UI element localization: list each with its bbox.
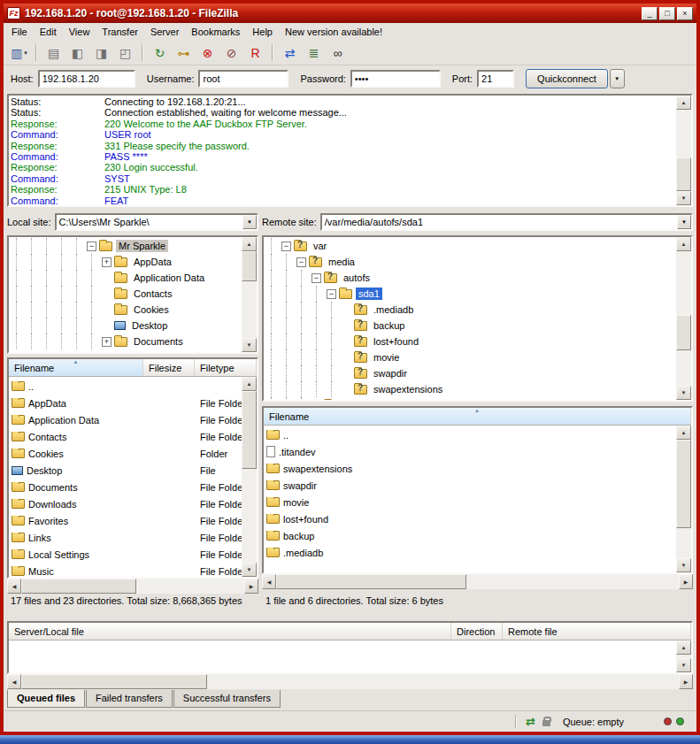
column-header-server-local-file[interactable]: Server/Local file xyxy=(9,623,451,640)
scroll-down-button[interactable]: ▼ xyxy=(242,563,257,577)
scroll-thumb[interactable] xyxy=(676,315,691,350)
file-row-titandev[interactable]: .titandev xyxy=(264,443,676,460)
lock-icon[interactable] xyxy=(542,720,550,726)
menu-view[interactable]: View xyxy=(63,24,96,40)
file-row-favorites[interactable]: FavoritesFile Folder xyxy=(9,512,242,529)
scroll-down-button[interactable]: ▼ xyxy=(242,338,257,352)
file-row-links[interactable]: LinksFile Folder xyxy=(9,529,242,546)
local-tree-item-contacts[interactable]: Contacts xyxy=(9,286,242,302)
scroll-track[interactable] xyxy=(242,391,257,563)
remote-site-combobox[interactable]: /var/media/autofs/sda1 ▼ xyxy=(320,213,693,231)
remote-list-scrollbar[interactable]: ▲▼ xyxy=(676,426,691,572)
scroll-down-button[interactable]: ▼ xyxy=(676,558,691,572)
file-row-documents[interactable]: DocumentsFile Folder xyxy=(9,479,242,495)
site-manager-button[interactable]: ▥▾ xyxy=(8,42,30,64)
directory-comparison-button[interactable]: ⇄ xyxy=(279,42,301,64)
tab-successful-transfers[interactable]: Successful transfers xyxy=(173,690,281,708)
scroll-track[interactable] xyxy=(21,579,244,594)
scroll-up-button[interactable]: ▲ xyxy=(676,96,691,110)
local-list-hscrollbar[interactable]: ◀▶ xyxy=(7,579,258,594)
cancel-button[interactable]: ⊗ xyxy=(196,42,219,64)
file-row-downloads[interactable]: DownloadsFile Folder xyxy=(9,495,242,512)
close-button[interactable]: × xyxy=(677,7,693,20)
sync-arrows-icon[interactable]: ⇄ xyxy=(526,715,535,728)
column-header-filename[interactable]: Filename▲ xyxy=(9,359,143,376)
local-tree-scrollbar[interactable]: ▲▼ xyxy=(242,237,257,352)
scroll-track[interactable] xyxy=(676,440,691,558)
local-tree-item-mr-sparkle[interactable]: −Mr Sparkle xyxy=(9,238,242,254)
file-row-lost-found[interactable]: lost+found xyxy=(264,510,676,527)
column-header-filename[interactable]: Filename▲ xyxy=(264,408,691,425)
scroll-thumb[interactable] xyxy=(21,579,136,594)
collapse-icon[interactable]: − xyxy=(281,242,291,251)
file-row-contacts[interactable]: ContactsFile Folder xyxy=(9,428,242,445)
column-header-direction[interactable]: Direction xyxy=(451,623,503,640)
remote-tree-item-sda1[interactable]: −sda1 xyxy=(264,286,676,302)
password-input[interactable] xyxy=(350,70,441,88)
pane-splitter[interactable] xyxy=(258,212,262,614)
local-tree-item-desktop[interactable]: Desktop xyxy=(9,318,242,334)
scroll-track[interactable] xyxy=(21,674,679,689)
process-queue-button[interactable]: ⊶ xyxy=(173,42,195,64)
remote-tree-item-lost-found[interactable]: ?lost+found xyxy=(264,334,676,349)
expand-icon[interactable]: + xyxy=(102,257,112,267)
collapse-icon[interactable]: − xyxy=(327,289,336,299)
quickconnect-dropdown-button[interactable]: ▼ xyxy=(610,69,625,88)
file-row-swapextensions[interactable]: swapextensions xyxy=(264,460,676,477)
scroll-thumb[interactable] xyxy=(21,674,207,689)
scroll-track[interactable] xyxy=(676,655,691,658)
menu-file[interactable]: File xyxy=(5,24,34,40)
file-row-local-settings[interactable]: Local SettingsFile Folder xyxy=(9,546,242,563)
remote-tree-item-movie[interactable]: ?movie xyxy=(264,349,676,365)
toggle-local-tree-button[interactable]: ◧ xyxy=(66,42,88,64)
menu-new-version-available[interactable]: New version available! xyxy=(279,24,388,40)
collapse-icon[interactable]: − xyxy=(312,273,321,283)
toggle-remote-tree-button[interactable]: ◨ xyxy=(90,42,112,64)
scroll-up-button[interactable]: ▲ xyxy=(242,377,257,391)
scroll-thumb[interactable] xyxy=(676,157,691,191)
remote-tree-item-dvd[interactable]: ?dvd xyxy=(264,397,676,400)
minimize-button[interactable]: _ xyxy=(642,7,658,20)
scroll-down-button[interactable]: ▼ xyxy=(676,191,691,205)
scroll-left-button[interactable]: ◀ xyxy=(262,574,276,589)
scroll-thumb[interactable] xyxy=(676,440,691,528)
find-files-button[interactable]: ∞ xyxy=(327,42,349,64)
remote-tree-item-swapdir[interactable]: ?swapdir xyxy=(264,365,676,381)
scroll-track[interactable] xyxy=(676,251,691,386)
maximize-button[interactable]: □ xyxy=(659,7,675,20)
scroll-right-button[interactable]: ▶ xyxy=(679,674,693,689)
file-row-parent-dir[interactable]: .. xyxy=(264,426,676,443)
menu-bookmarks[interactable]: Bookmarks xyxy=(185,24,246,40)
disconnect-button[interactable]: ⊘ xyxy=(220,42,242,64)
menu-server[interactable]: Server xyxy=(144,24,185,40)
file-row-cookies[interactable]: CookiesFolder xyxy=(9,445,242,462)
scroll-thumb[interactable] xyxy=(276,574,466,589)
column-header-filetype[interactable]: Filetype xyxy=(195,359,257,376)
scroll-up-button[interactable]: ▲ xyxy=(676,640,691,655)
host-input[interactable] xyxy=(38,70,135,88)
scroll-up-button[interactable]: ▲ xyxy=(676,237,691,251)
local-list-scrollbar[interactable]: ▲▼ xyxy=(242,377,257,577)
scroll-left-button[interactable]: ◀ xyxy=(7,579,21,594)
queue-scrollbar[interactable]: ▲▼ xyxy=(676,640,691,672)
remote-tree-item-swapextensions[interactable]: ?swapextensions xyxy=(264,381,676,397)
scroll-track[interactable] xyxy=(242,251,257,338)
file-row-desktop[interactable]: DesktopFile xyxy=(9,462,242,479)
menu-transfer[interactable]: Transfer xyxy=(96,24,144,40)
toggle-transfer-queue-button[interactable]: ◰ xyxy=(114,42,136,64)
file-row-application-data[interactable]: Application DataFile Folder xyxy=(9,411,242,428)
port-input[interactable] xyxy=(477,70,514,88)
queue-hscrollbar[interactable]: ◀▶ xyxy=(7,674,693,689)
local-tree-item-application-data[interactable]: Application Data xyxy=(9,270,242,286)
file-row-backup[interactable]: backup xyxy=(264,527,676,544)
remote-tree-item-mediadb[interactable]: ?.mediadb xyxy=(264,302,676,318)
toggle-message-log-button[interactable]: ▤ xyxy=(42,42,65,64)
column-header-filesize[interactable]: Filesize xyxy=(143,359,195,376)
dropdown-arrow-icon[interactable]: ▼ xyxy=(677,215,691,229)
column-header-remote-file[interactable]: Remote file xyxy=(503,623,691,640)
scroll-right-button[interactable]: ▶ xyxy=(679,574,693,589)
remote-tree-item-backup[interactable]: ?backup xyxy=(264,318,676,334)
local-tree-item-documents[interactable]: +Documents xyxy=(9,334,242,349)
log-vertical-scrollbar[interactable]: ▲▼ xyxy=(676,96,691,205)
menu-edit[interactable]: Edit xyxy=(34,24,63,40)
